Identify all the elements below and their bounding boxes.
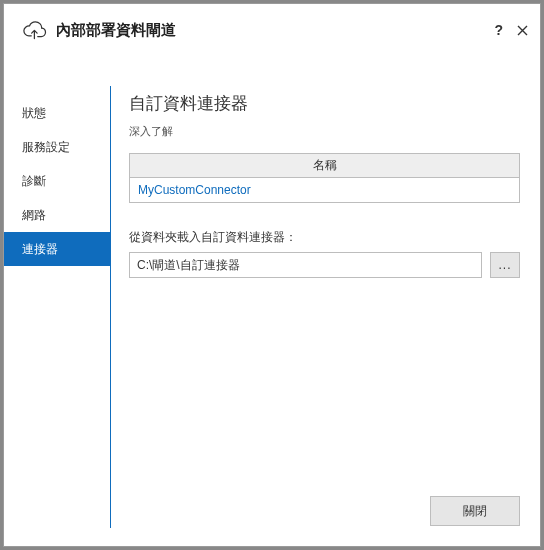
sidebar-item-diagnostics[interactable]: 診斷 <box>4 164 110 198</box>
sidebar-item-status[interactable]: 狀態 <box>4 96 110 130</box>
table-column-header-name: 名稱 <box>130 154 519 178</box>
browse-button[interactable]: ... <box>490 252 520 278</box>
app-window: 內部部署資料閘道 ? 狀態 服務設定 診斷 網路 連接器 <box>3 3 541 547</box>
sidebar-item-label: 狀態 <box>22 105 46 122</box>
table-row[interactable]: MyCustomConnector <box>130 178 519 202</box>
sidebar-item-connectors[interactable]: 連接器 <box>4 232 110 266</box>
cloud-upload-icon <box>20 18 48 42</box>
sidebar-item-label: 服務設定 <box>22 139 70 156</box>
window-close-button[interactable] <box>517 25 528 36</box>
close-button[interactable]: 關閉 <box>430 496 520 526</box>
window-controls: ? <box>494 23 528 37</box>
folder-path-input[interactable] <box>129 252 482 278</box>
connector-name-cell: MyCustomConnector <box>138 183 251 197</box>
titlebar: 內部部署資料閘道 ? <box>4 4 540 56</box>
sidebar-item-label: 連接器 <box>22 241 58 258</box>
content-area: 自訂資料連接器 深入了解 名稱 MyCustomConnector 從資料夾載入… <box>111 56 540 546</box>
footer: 關閉 <box>430 496 520 526</box>
sidebar-item-network[interactable]: 網路 <box>4 198 110 232</box>
sidebar: 狀態 服務設定 診斷 網路 連接器 <box>4 56 110 546</box>
folder-path-label: 從資料夾載入自訂資料連接器： <box>129 229 520 246</box>
sidebar-item-label: 網路 <box>22 207 46 224</box>
window-title: 內部部署資料閘道 <box>56 21 494 40</box>
sidebar-item-label: 診斷 <box>22 173 46 190</box>
folder-path-row: ... <box>129 252 520 278</box>
connectors-table: 名稱 MyCustomConnector <box>129 153 520 203</box>
page-heading: 自訂資料連接器 <box>129 92 520 115</box>
learn-more-link[interactable]: 深入了解 <box>129 124 173 139</box>
window-body: 狀態 服務設定 診斷 網路 連接器 自訂資料連接器 深入了解 名稱 MyCust… <box>4 56 540 546</box>
sidebar-item-service-settings[interactable]: 服務設定 <box>4 130 110 164</box>
help-button[interactable]: ? <box>494 23 503 37</box>
